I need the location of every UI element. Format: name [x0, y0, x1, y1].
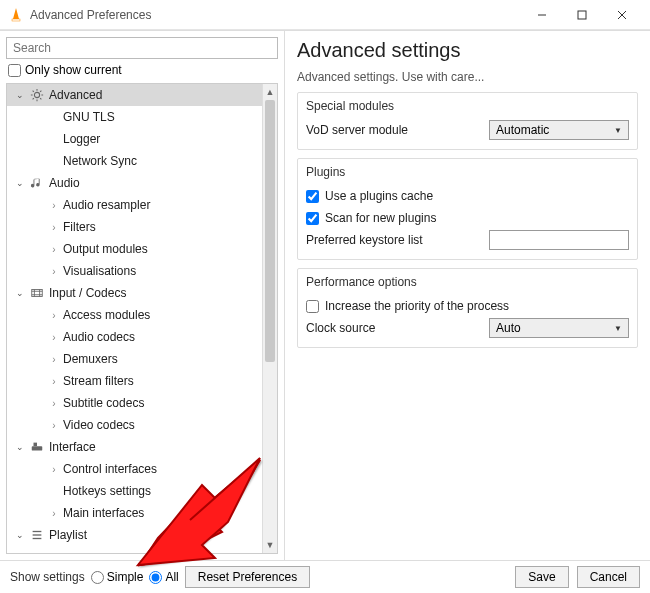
playlist-icon — [29, 527, 45, 543]
tree-item-access-modules[interactable]: ›Access modules — [7, 304, 262, 326]
tree-item-filters[interactable]: ›Filters — [7, 216, 262, 238]
svg-rect-0 — [12, 19, 20, 21]
clock-select[interactable]: Auto ▼ — [489, 318, 629, 338]
chevron-down-icon: ▼ — [614, 126, 622, 135]
keystore-input[interactable] — [489, 230, 629, 250]
scroll-down-icon[interactable]: ▼ — [263, 537, 277, 553]
audio-icon — [29, 175, 45, 191]
radio-all-input[interactable] — [149, 571, 162, 584]
show-settings-label: Show settings — [10, 570, 85, 584]
caret-down-icon[interactable]: ⌄ — [15, 530, 25, 540]
tree-item-interface[interactable]: ⌄Interface — [7, 436, 262, 458]
tree-item-label: Main interfaces — [63, 506, 262, 520]
reset-preferences-button[interactable]: Reset Preferences — [185, 566, 310, 588]
radio-all[interactable]: All — [149, 570, 178, 584]
radio-simple-input[interactable] — [91, 571, 104, 584]
tree-item-label: Stream filters — [63, 374, 262, 388]
scan-new-checkbox[interactable] — [306, 212, 319, 225]
caret-down-icon[interactable]: ⌄ — [15, 288, 25, 298]
caret-down-icon[interactable]: ⌄ — [15, 178, 25, 188]
priority-row[interactable]: Increase the priority of the process — [306, 295, 629, 317]
tree-item-video-codecs[interactable]: ›Video codecs — [7, 414, 262, 436]
only-show-current-checkbox[interactable]: Only show current — [8, 63, 278, 77]
tree-item-label: Demuxers — [63, 352, 262, 366]
save-button[interactable]: Save — [515, 566, 568, 588]
tree-item-label: Input / Codecs — [49, 286, 262, 300]
close-button[interactable] — [602, 0, 642, 30]
tree-item-input-codecs[interactable]: ⌄Input / Codecs — [7, 282, 262, 304]
svg-rect-12 — [34, 443, 38, 447]
tree-item-network-sync[interactable]: Network Sync — [7, 150, 262, 172]
sidebar: Only show current ⌄AdvancedGNU TLSLogger… — [0, 31, 285, 560]
radio-simple[interactable]: Simple — [91, 570, 144, 584]
tree-item-playlist[interactable]: ⌄Playlist — [7, 524, 262, 546]
only-show-current-input[interactable] — [8, 64, 21, 77]
tree-item-subtitle-codecs[interactable]: ›Subtitle codecs — [7, 392, 262, 414]
tree-item-audio[interactable]: ⌄Audio — [7, 172, 262, 194]
panel-title: Advanced settings — [297, 39, 638, 62]
tree-item-audio-codecs[interactable]: ›Audio codecs — [7, 326, 262, 348]
tree-item-stream-filters[interactable]: ›Stream filters — [7, 370, 262, 392]
clock-label: Clock source — [306, 321, 483, 335]
tree-item-label: Visualisations — [63, 264, 262, 278]
group-special-modules: Special modules VoD server module Automa… — [297, 92, 638, 150]
tree-item-label: Control interfaces — [63, 462, 262, 476]
tree-item-demuxers[interactable]: ›Demuxers — [7, 348, 262, 370]
group-title: Special modules — [306, 99, 629, 113]
search-field[interactable] — [6, 37, 278, 59]
tree-item-label: Advanced — [49, 88, 262, 102]
scroll-track[interactable] — [263, 100, 277, 537]
scan-new-row[interactable]: Scan for new plugins — [306, 207, 629, 229]
use-cache-row[interactable]: Use a plugins cache — [306, 185, 629, 207]
interface-icon — [29, 439, 45, 455]
tree-item-label: Output modules — [63, 242, 262, 256]
tree-item-advanced[interactable]: ⌄Advanced — [7, 84, 262, 106]
tree-item-label: Subtitle codecs — [63, 396, 262, 410]
cancel-button[interactable]: Cancel — [577, 566, 640, 588]
minimize-button[interactable] — [522, 0, 562, 30]
use-cache-checkbox[interactable] — [306, 190, 319, 203]
tree-item-label: Audio — [49, 176, 262, 190]
radio-simple-label: Simple — [107, 570, 144, 584]
tree-item-audio-resampler[interactable]: ›Audio resampler — [7, 194, 262, 216]
chevron-right-icon: › — [49, 310, 59, 321]
caret-down-icon[interactable]: ⌄ — [15, 442, 25, 452]
scroll-up-icon[interactable]: ▲ — [263, 84, 277, 100]
svg-rect-6 — [32, 290, 43, 297]
category-tree[interactable]: ⌄AdvancedGNU TLSLoggerNetwork Sync⌄Audio… — [7, 84, 262, 553]
tree-item-label: Filters — [63, 220, 262, 234]
tree-scrollbar[interactable]: ▲ ▼ — [262, 84, 277, 553]
priority-label: Increase the priority of the process — [325, 299, 629, 313]
tree-item-control-interfaces[interactable]: ›Control interfaces — [7, 458, 262, 480]
search-input[interactable] — [6, 37, 278, 59]
vod-select[interactable]: Automatic ▼ — [489, 120, 629, 140]
codec-icon — [29, 285, 45, 301]
chevron-right-icon: › — [49, 508, 59, 519]
tree-item-visualisations[interactable]: ›Visualisations — [7, 260, 262, 282]
scroll-thumb[interactable] — [265, 100, 275, 362]
group-title: Performance options — [306, 275, 629, 289]
group-plugins: Plugins Use a plugins cache Scan for new… — [297, 158, 638, 260]
scan-new-label: Scan for new plugins — [325, 211, 629, 225]
tree-item-gnu-tls[interactable]: GNU TLS — [7, 106, 262, 128]
tree-item-main-interfaces[interactable]: ›Main interfaces — [7, 502, 262, 524]
footer: Show settings Simple All Reset Preferenc… — [0, 560, 650, 593]
caret-down-icon[interactable]: ⌄ — [15, 90, 25, 100]
chevron-right-icon: › — [49, 376, 59, 387]
tree-item-logger[interactable]: Logger — [7, 128, 262, 150]
radio-all-label: All — [165, 570, 178, 584]
chevron-right-icon: › — [49, 332, 59, 343]
priority-checkbox[interactable] — [306, 300, 319, 313]
chevron-right-icon: › — [49, 244, 59, 255]
chevron-right-icon: › — [49, 266, 59, 277]
tree-item-hotkeys-settings[interactable]: Hotkeys settings — [7, 480, 262, 502]
keystore-label: Preferred keystore list — [306, 233, 483, 247]
app-icon — [8, 7, 24, 23]
tree-item-output-modules[interactable]: ›Output modules — [7, 238, 262, 260]
chevron-right-icon: › — [49, 420, 59, 431]
only-show-current-label: Only show current — [25, 63, 122, 77]
maximize-button[interactable] — [562, 0, 602, 30]
tree-item-label: Video codecs — [63, 418, 262, 432]
tree-item-label: Audio codecs — [63, 330, 262, 344]
chevron-right-icon: › — [49, 222, 59, 233]
